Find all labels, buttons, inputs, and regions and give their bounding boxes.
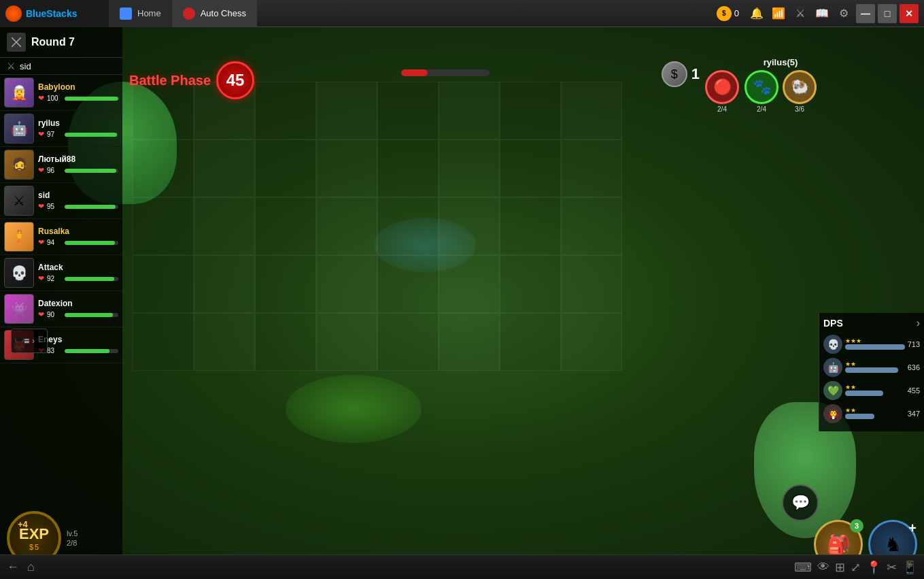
cell-18[interactable] (255, 197, 316, 255)
player-info-rusalka: Rusalka❤94 (38, 227, 118, 247)
cell-25[interactable] (194, 255, 255, 313)
maximize-btn[interactable]: □ (878, 4, 897, 23)
battle-timer: 45 (216, 61, 254, 99)
home-btn[interactable]: ⌂ (27, 560, 35, 574)
dps-list: 💀★★★713🤖★★636💚★★455🧛★★347 (823, 335, 920, 423)
player-item-rusalka[interactable]: 🧜Rusalka❤94 (0, 219, 122, 255)
dps-arrow[interactable]: › (917, 317, 920, 329)
player-health-row: ❤83 (38, 346, 118, 355)
player-item-datexion[interactable]: 👾Datexion❤90 (0, 291, 122, 327)
cell-31[interactable] (561, 255, 622, 313)
menu-arrow-icon: › (32, 336, 35, 346)
cell-30[interactable] (500, 255, 561, 313)
menu-button[interactable]: ≡ › (11, 329, 48, 353)
cell-6[interactable] (500, 82, 561, 139)
close-btn[interactable]: ✕ (900, 4, 919, 23)
phone-btn[interactable]: 📱 (902, 560, 917, 575)
currency-display: $ 1 (662, 61, 700, 87)
cell-19[interactable] (316, 197, 377, 255)
book-btn[interactable]: 📖 (812, 4, 832, 23)
cell-7[interactable] (561, 82, 622, 139)
menu-lines-icon: ≡ (24, 335, 29, 346)
bag-icon: 🎒 (827, 533, 851, 556)
dps-stars: ★★ (845, 407, 905, 414)
minimize-btn[interactable]: — (856, 4, 875, 23)
cell-9[interactable] (194, 139, 255, 197)
cell-28[interactable] (377, 255, 439, 313)
player-avatar-babyloon: 🧝 (4, 78, 34, 107)
cell-38[interactable] (500, 313, 561, 371)
cell-24[interactable] (133, 255, 194, 313)
player-item-babyloon[interactable]: 🧝Babyloon❤100 (0, 75, 122, 111)
health-value: 97 (47, 131, 62, 138)
chess-board[interactable] (133, 82, 622, 371)
health-bar-container (65, 133, 118, 137)
health-bar-fill (65, 241, 115, 245)
scissors-btn[interactable]: ✂ (887, 560, 897, 575)
notification-btn[interactable]: 🔔 (747, 4, 766, 23)
enemy-hp-bar-container (401, 69, 490, 76)
syn-row-2-3: 🐾 2/4 🐏 3/6 (745, 70, 817, 113)
cell-34[interactable] (255, 313, 316, 371)
signal-btn[interactable]: 📶 (769, 4, 788, 23)
location-btn[interactable]: 📍 (866, 560, 881, 575)
cell-35[interactable] (316, 313, 377, 371)
back-btn[interactable]: ← (7, 560, 19, 574)
tab-home[interactable]: Home (109, 0, 172, 27)
cell-36[interactable] (377, 313, 439, 371)
cell-32[interactable] (133, 313, 194, 371)
cell-17[interactable] (194, 197, 255, 255)
cell-10[interactable] (255, 139, 316, 197)
cell-20[interactable] (377, 197, 439, 255)
currency-count: 1 (691, 65, 700, 83)
cell-14[interactable] (500, 139, 561, 197)
chat-button[interactable]: 💬 (782, 484, 819, 521)
expand-btn[interactable]: ⤢ (851, 560, 861, 575)
monitor-btn[interactable]: ⊞ (835, 560, 845, 575)
heart-icon: ❤ (38, 130, 44, 139)
taskbar-left: ← ⌂ (7, 560, 35, 574)
cell-5[interactable] (439, 82, 500, 139)
cell-33[interactable] (194, 313, 255, 371)
tab-autocchess[interactable]: Auto Chess (172, 0, 257, 27)
cell-39[interactable] (561, 313, 622, 371)
syn-block-1: 🔴 2/4 (705, 70, 739, 113)
cell-21[interactable] (439, 197, 500, 255)
player-item-лютый88[interactable]: 🧔Лютый88❤96 (0, 147, 122, 183)
sword-icon-small: ⚔ (7, 61, 16, 71)
cell-2[interactable] (255, 82, 316, 139)
keyboard-btn[interactable]: ⌨ (794, 560, 812, 575)
cell-26[interactable] (255, 255, 316, 313)
cell-37[interactable] (439, 313, 500, 371)
cell-15[interactable] (561, 139, 622, 197)
player-item-attack[interactable]: 💀Attack❤92 (0, 255, 122, 291)
syn-label-3: 3/6 (795, 105, 804, 113)
cell-13[interactable] (439, 139, 500, 197)
tools-btn[interactable]: ⚔ (791, 4, 810, 23)
exp-lv-label: lv.5 (67, 529, 78, 537)
opp-name-block: ryilus(5) 🐾 2/4 🐏 3/6 (745, 57, 817, 113)
cell-27[interactable] (316, 255, 377, 313)
cell-23[interactable] (561, 197, 622, 255)
exp-plus-label: +4 (18, 519, 28, 529)
cell-3[interactable] (316, 82, 377, 139)
health-bar-fill (65, 349, 109, 353)
eye-btn[interactable]: 👁 (817, 560, 829, 574)
cell-4[interactable] (377, 82, 439, 139)
dps-bar-wrap: ★★ (845, 361, 905, 374)
cell-11[interactable] (316, 139, 377, 197)
dps-panel: DPS › 💀★★★713🤖★★636💚★★455🧛★★347 (819, 313, 924, 431)
cell-16[interactable] (133, 197, 194, 255)
player-info-babyloon: Babyloon❤100 (38, 82, 118, 103)
syn-icon-3: 🐏 (783, 70, 817, 104)
cell-22[interactable] (500, 197, 561, 255)
settings-btn[interactable]: ⚙ (834, 4, 853, 23)
bag-badge: 3 (850, 519, 863, 533)
health-value: 100 (47, 95, 62, 102)
player-item-sid[interactable]: ⚔sid❤95 (0, 183, 122, 219)
player-item-ryilus[interactable]: 🤖ryilus❤97 (0, 111, 122, 147)
cell-29[interactable] (439, 255, 500, 313)
cell-8[interactable] (133, 139, 194, 197)
exp-cost: $ 5 (29, 543, 39, 551)
cell-12[interactable] (377, 139, 439, 197)
